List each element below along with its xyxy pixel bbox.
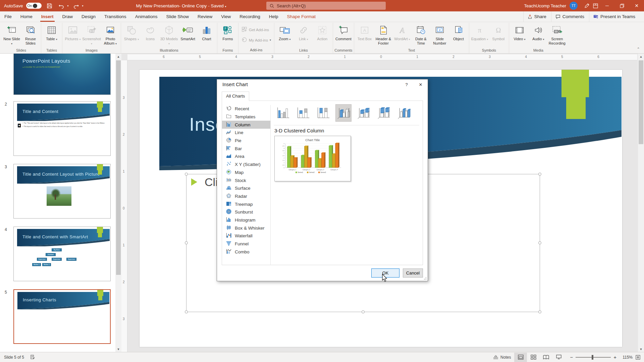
- table-button[interactable]: Table ▾: [42, 23, 61, 48]
- resize-handle-nw[interactable]: [185, 173, 188, 176]
- undo-dropdown-caret[interactable]: ▾: [67, 4, 68, 7]
- scrollbar-thumb[interactable]: [116, 60, 121, 275]
- resize-handle-w[interactable]: [185, 241, 188, 244]
- slide-accent-rect-top[interactable]: [561, 70, 589, 97]
- normal-view-button[interactable]: [514, 353, 527, 362]
- chart-type-area[interactable]: Area: [222, 153, 270, 161]
- close-button[interactable]: ✕: [629, 0, 644, 11]
- save-icon[interactable]: [45, 2, 54, 10]
- user-name[interactable]: TeachUcomp Teacher: [524, 3, 567, 8]
- chart-type-recent[interactable]: Recent: [222, 105, 270, 113]
- tab-home[interactable]: Home: [16, 11, 37, 22]
- tab-transitions[interactable]: Transitions: [100, 11, 131, 22]
- chart-type-radar[interactable]: Radar: [222, 192, 270, 200]
- chart-type-map[interactable]: Map: [222, 169, 270, 177]
- slide-2-thumbnail[interactable]: Title and Content▣‣ The "Title and Conte…: [13, 101, 111, 156]
- chart-type-box-whisker[interactable]: Box & Whisker: [222, 224, 270, 232]
- canvas-scrollbar[interactable]: ▲ ▼: [638, 54, 644, 352]
- equation-button[interactable]: πEquation ▾: [470, 23, 489, 48]
- link-button[interactable]: Link ▾: [294, 23, 313, 48]
- slide-show-button[interactable]: [552, 353, 565, 362]
- new-slide-button[interactable]: New Slide ▾: [2, 23, 21, 48]
- redo-icon[interactable]: [72, 2, 80, 10]
- screen-recording-button[interactable]: Screen Recording: [548, 23, 567, 48]
- slide-number-button[interactable]: #Slide Number: [430, 23, 449, 48]
- scrollbar-thumb[interactable]: [639, 60, 643, 144]
- chart-type-histogram[interactable]: Histogram: [222, 216, 270, 224]
- zoom-level[interactable]: 115%: [619, 355, 633, 360]
- icons-button[interactable]: Icons: [141, 23, 160, 48]
- tab-recording[interactable]: Recording: [235, 11, 265, 22]
- notes-button[interactable]: Notes: [490, 354, 514, 361]
- object-button[interactable]: Object: [449, 23, 468, 48]
- shapes-button[interactable]: Shapes ▾: [122, 23, 141, 48]
- scroll-up-arrow[interactable]: ▲: [115, 54, 121, 59]
- chart-type-templates[interactable]: Templates: [222, 113, 270, 121]
- chart-type-line[interactable]: Line: [222, 129, 270, 137]
- dialog-resize-grip[interactable]: [423, 276, 427, 280]
- action-button[interactable]: Action: [313, 23, 332, 48]
- symbol-button[interactable]: ΩSymbol: [489, 23, 508, 48]
- tab-insert[interactable]: Insert: [37, 11, 58, 22]
- quick-access-caret[interactable]: ▾: [82, 4, 83, 7]
- avatar[interactable]: TT: [570, 2, 578, 10]
- header-footer-button[interactable]: Header & Footer: [374, 23, 393, 48]
- video-button[interactable]: Video ▾: [510, 23, 529, 48]
- subtype-3-d-stacked-column[interactable]: [356, 104, 372, 122]
- slide-5-thumbnail[interactable]: Inserting Charts: [13, 289, 111, 344]
- comment-button[interactable]: Comment: [334, 23, 353, 48]
- subtype-3-d-clustered-column[interactable]: [335, 104, 352, 122]
- subtype-3-d-100-stacked-column[interactable]: [376, 104, 392, 122]
- autosave-toggle[interactable]: On: [26, 3, 42, 9]
- dialog-title-bar[interactable]: Insert Chart ? ✕: [217, 79, 428, 89]
- vertical-ruler[interactable]: 3210123: [121, 60, 127, 352]
- dialog-close-icon[interactable]: ✕: [414, 79, 428, 89]
- screenshot-button[interactable]: Screenshot ▾: [82, 23, 101, 48]
- slide-1-thumbnail[interactable]: PowerPoint Layouts▸ A GUIDE TO LAYOUTS I…: [13, 54, 111, 95]
- audio-button[interactable]: Audio ▾: [529, 23, 548, 48]
- spell-check-icon[interactable]: [30, 355, 35, 360]
- tab-all-charts[interactable]: All Charts: [222, 92, 249, 101]
- pictures-button[interactable]: Pictures ▾: [63, 23, 82, 48]
- chart-type-stock[interactable]: Stock: [222, 176, 270, 184]
- chart-type-sunburst[interactable]: Sunburst: [222, 208, 270, 216]
- tab-review[interactable]: Review: [193, 11, 217, 22]
- reuse-slides-button[interactable]: Reuse Slides: [21, 23, 40, 48]
- reading-view-button[interactable]: [540, 353, 552, 362]
- zoom-slider-thumb[interactable]: [592, 355, 593, 360]
- chart-type-treemap[interactable]: Treemap: [222, 200, 270, 208]
- scroll-down-arrow[interactable]: ▼: [638, 346, 644, 352]
- slide-4-thumbnail[interactable]: Title and Content with SmartArtBig BossA…: [13, 227, 111, 281]
- zoom-in-icon[interactable]: +: [613, 354, 616, 360]
- dialog-help-button[interactable]: ?: [399, 79, 414, 89]
- cancel-button[interactable]: Cancel: [403, 268, 423, 278]
- chart-button[interactable]: Chart: [197, 23, 216, 48]
- get-add-ins-button[interactable]: Get Add-ins: [239, 25, 271, 34]
- scroll-up-arrow[interactable]: ▲: [638, 54, 644, 59]
- forms-button[interactable]: FForms: [218, 23, 237, 48]
- resize-handle-sw[interactable]: [185, 310, 188, 313]
- ok-button[interactable]: OK: [371, 268, 399, 278]
- chart-type-combo[interactable]: Combo: [222, 248, 270, 256]
- thumbnail-scrollbar[interactable]: ▲ ▼: [115, 54, 121, 352]
- zoom-out-icon[interactable]: −: [570, 354, 573, 360]
- present-in-teams-button[interactable]: T Present in Teams: [589, 11, 639, 22]
- slide-3-thumbnail[interactable]: Title and Content Layout with Picture: [13, 164, 111, 219]
- tab-view[interactable]: View: [217, 11, 235, 22]
- date-time-button[interactable]: Date & Time: [412, 23, 430, 48]
- chart-type-bar[interactable]: Bar: [222, 144, 270, 153]
- smartart-button[interactable]: SmartArt: [178, 23, 197, 48]
- search-input[interactable]: Search (Alt+Q): [266, 2, 386, 10]
- restore-button[interactable]: [614, 0, 629, 11]
- photo-album-button[interactable]: Photo Album ▾: [101, 23, 120, 48]
- subtype-3-d-column[interactable]: [396, 104, 412, 122]
- subtype-stacked-column[interactable]: [295, 104, 311, 122]
- tab-help[interactable]: Help: [265, 11, 283, 22]
- subtype-100-stacked-column[interactable]: [315, 104, 331, 122]
- my-add-ins-button[interactable]: My Add-ins ▾: [239, 36, 273, 44]
- tab-slide-show[interactable]: Slide Show: [162, 11, 193, 22]
- resize-handle-se[interactable]: [538, 310, 541, 313]
- zoom-slider[interactable]: [576, 357, 611, 358]
- editing-mode-icon[interactable]: [582, 2, 591, 10]
- comments-button[interactable]: Comments: [551, 11, 588, 22]
